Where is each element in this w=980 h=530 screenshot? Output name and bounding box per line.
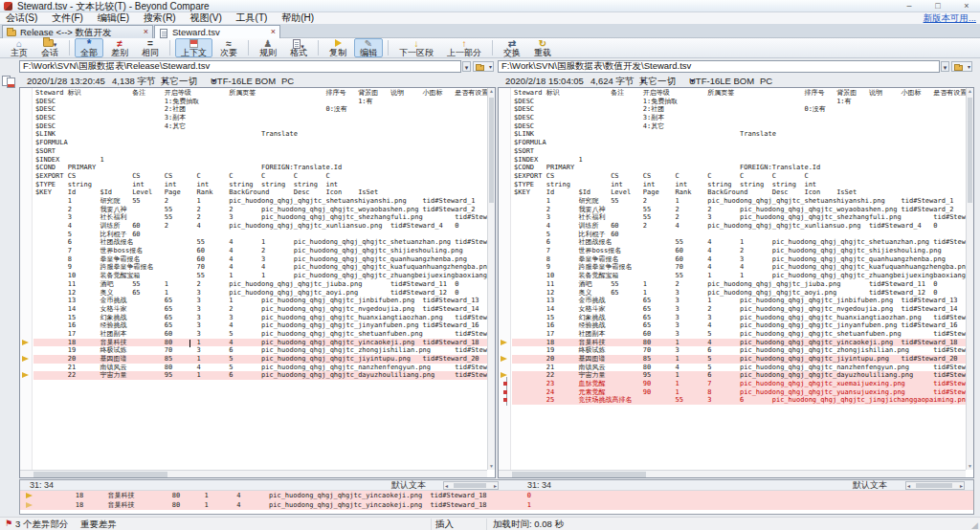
vertical-scrollbar[interactable]: ▲▼ — [966, 88, 973, 470]
detail-line-right[interactable]: 18 音巢科技 80 1 4 pic_huodong_qhgj_qhgjtc_y… — [20, 500, 973, 510]
file-line[interactable]: $DESC 2:社团 0:没有 — [33, 105, 487, 114]
scrollbar-thumb[interactable] — [512, 472, 646, 477]
close-icon[interactable]: × — [271, 26, 276, 38]
file-line[interactable]: 5 比利棍子 60 — [512, 231, 966, 239]
file-line[interactable]: 11 酒吧 55 1 2 pic_huodong_qhgj_qhgjtc_jiu… — [512, 280, 966, 289]
file-line[interactable]: 6 社团战报名 55 4 1 pic_huodong_qhgj_qhgjtc_s… — [512, 238, 966, 247]
menu-file[interactable]: 文件(F) — [46, 12, 89, 24]
file-line[interactable]: $FORMULA — [512, 139, 966, 147]
menu-help[interactable]: 帮助(H) — [276, 12, 320, 24]
file-line[interactable]: 15 幻象挑战 65 3 3 pic_huodong_qhgj_qhgjtc_h… — [512, 314, 966, 322]
file-line[interactable]: 16 经验挑战 65 3 4 pic_huodong_qhgj_qhgjtc_j… — [33, 321, 487, 330]
menu-view[interactable]: 视图(V) — [184, 12, 227, 24]
format-button[interactable]: ▾ 格式 — [284, 38, 313, 57]
file-line[interactable]: 13 金币挑战 65 3 1 pic_huodong_qhgj_qhgjtc_j… — [33, 297, 487, 305]
right-file-path-input[interactable] — [498, 60, 940, 73]
file-line[interactable]: 8 拳皇争霸报名 60 4 3 pic_huodong_qhgj_qhgjtc_… — [33, 255, 487, 264]
new-version-link[interactable]: 新版本可用... — [924, 12, 976, 24]
file-line[interactable]: 14 女格斗家 65 3 2 pic_huodong_qhgj_qhgjtc_n… — [33, 305, 487, 314]
file-line[interactable]: $KEY Id $Id Level Page Rank BackGround D… — [33, 188, 487, 197]
rules-button[interactable]: ♟ 规则 — [254, 38, 282, 57]
file-line[interactable]: Steward 标识 备注 开启等级 所属页签 排序号 背景图 说明 小图标 是… — [512, 89, 966, 98]
menu-search[interactable]: 搜索(R) — [138, 12, 182, 24]
detail-scrollbar[interactable]: ◂▸ — [443, 481, 499, 490]
menu-tools[interactable]: 工具(T) — [231, 12, 274, 24]
maximize-button[interactable]: □ — [930, 1, 946, 11]
resize-grip[interactable]: ◢ — [971, 519, 978, 530]
left-file-path-input[interactable] — [19, 60, 461, 73]
file-line[interactable]: 18 音巢科技 80 1 4 pic_huodong_qhgj_qhgjtc_y… — [512, 339, 966, 347]
file-line[interactable]: $SORT — [512, 147, 966, 156]
file-line[interactable]: 6 社团战报名 55 4 1 pic_huodong_qhgj_qhgjtc_s… — [33, 238, 487, 247]
file-line[interactable]: $SORT — [33, 147, 487, 156]
file-line[interactable]: 20 基因图谱 85 1 5 pic_huodong_qhgj_qhgjtc_j… — [512, 355, 966, 364]
show-all-button[interactable]: * 全部 — [75, 38, 103, 57]
file-line[interactable]: Steward 标识 备注 开启等级 所属页签 排序号 背景图 说明 小图标 是… — [33, 89, 487, 98]
prev-part-button[interactable]: ↑ 上一部分 — [441, 38, 487, 57]
file-line[interactable]: 18 音巢科技 80 1 4 pic_huodong_qhgj_qhgjtc_y… — [33, 339, 487, 347]
swap-button[interactable]: ⇄ 交换 — [498, 38, 526, 57]
file-line[interactable]: 17 社团副本 60 3 5 pic_huodong_qhgj_qhgjtc_s… — [512, 330, 966, 339]
file-line[interactable]: $LINK Translate — [512, 130, 966, 139]
file-line[interactable]: $DESC 3:副本 — [512, 114, 966, 122]
file-line[interactable]: 4 训练所 60 2 4 pic_huodong_qhgj_qhgjtc_xun… — [33, 222, 487, 231]
sessions-button[interactable]: ▾ 会话 — [35, 38, 64, 57]
path-dropdown-button[interactable]: ▾ — [462, 61, 471, 72]
close-button[interactable]: × — [959, 1, 974, 11]
menu-edit[interactable]: 编辑(E) — [92, 12, 135, 24]
file-line[interactable]: 22 宇宙力量 95 1 6 pic_huodong_qhgj_qhgjtc_d… — [33, 371, 487, 380]
scrollbar-thumb[interactable] — [968, 98, 972, 203]
scrollbar-thumb[interactable] — [489, 98, 494, 203]
file-line[interactable]: 24 元素觉醒 90 1 8 pic_huodong_qhgj_qhgjtc_y… — [512, 388, 966, 397]
file-line[interactable]: 19 终极试炼 70 3 6 pic_huodong_qhgj_qhgjtc_z… — [512, 346, 966, 355]
file-line[interactable]: 20 基因图谱 85 1 5 pic_huodong_qhgj_qhgjtc_j… — [33, 355, 487, 364]
close-icon[interactable]: × — [144, 26, 148, 38]
home-button[interactable]: ⌂ 主页 — [5, 38, 33, 57]
tab-session-folders[interactable]: Release <--> 数值开发 × — [2, 25, 153, 38]
file-line[interactable]: $EXPORT CS CS CS C C C C C — [512, 172, 966, 181]
file-line[interactable]: 10 装备觉醒宝箱 55 1 1 pic_huodong_qhgj_qhgjtc… — [33, 272, 487, 280]
vertical-scrollbar[interactable]: ▲▼ — [487, 88, 495, 470]
right-file-content[interactable]: Steward 标识 备注 开启等级 所属页签 排序号 背景图 说明 小图标 是… — [512, 89, 966, 470]
file-line[interactable]: $COND PRIMARY FOREIGN:Translate.Id — [512, 164, 966, 172]
file-line[interactable]: $INDEX 1 — [33, 156, 487, 165]
file-line[interactable]: 25 竞技场挑战高排名 55 3 6 pic_huodong_qhgj_qhgj… — [512, 396, 966, 405]
scrollbar-thumb[interactable] — [916, 483, 952, 488]
file-line[interactable]: 4 训练所 60 2 4 pic_huodong_qhgj_qhgjtc_xun… — [512, 222, 966, 231]
detail-line-left[interactable]: 18 音巢科技 80 1 4 pic_huodong_qhgj_qhgjtc_y… — [20, 491, 973, 500]
file-line[interactable]: 2 我要八神 55 2 2 pic_huodong_qhgj_qhgjtc_wo… — [33, 206, 487, 214]
file-line[interactable]: 9 跨服拳皇争霸报名 70 4 4 pic_huodong_qhgj_qhgjt… — [512, 263, 966, 272]
file-line[interactable]: $COND PRIMARY FOREIGN:Translate.Id — [33, 164, 487, 172]
file-line[interactable]: $TYPE string int int int string string s… — [512, 181, 966, 189]
file-line[interactable]: $DESC 1:免费抽取 1:有 — [33, 98, 487, 106]
path-dropdown-button[interactable]: ▾ — [941, 61, 949, 72]
file-line[interactable]: 11 酒吧 55 1 2 pic_huodong_qhgj_qhgjtc_jiu… — [33, 280, 487, 289]
detail-scrollbar[interactable]: ◂▸ — [905, 481, 965, 490]
file-line[interactable]: $KEY Id $Id Level Page Rank BackGround D… — [512, 188, 966, 197]
show-differences-button[interactable]: ≠ 差别 — [105, 38, 134, 57]
browse-folder-button[interactable]: ▾ — [951, 61, 972, 72]
minor-button[interactable]: ≈ 次要 — [214, 38, 243, 57]
file-line[interactable]: 14 女格斗家 65 3 2 pic_huodong_qhgj_qhgjtc_n… — [512, 305, 966, 314]
file-line[interactable]: 15 幻象挑战 65 3 3 pic_huodong_qhgj_qhgjtc_h… — [33, 314, 487, 322]
file-line[interactable]: $INDEX 1 — [512, 156, 966, 165]
left-file-content[interactable]: Steward 标识 备注 开启等级 所属页签 排序号 背景图 说明 小图标 是… — [33, 89, 487, 470]
context-button[interactable]: 上下文 — [175, 38, 212, 57]
file-line[interactable]: 16 经验挑战 65 3 4 pic_huodong_qhgj_qhgjtc_j… — [512, 321, 966, 330]
file-line[interactable]: 1 研究院 55 2 1 pic_huodong_qhgj_qhgjtc_she… — [512, 197, 966, 206]
edit-button[interactable]: ✎ 编辑 — [354, 38, 383, 57]
tab-steward-tsv[interactable]: Steward.tsv × — [154, 25, 280, 38]
file-line[interactable]: 1 研究院 55 2 1 pic_huodong_qhgj_qhgjtc_she… — [33, 197, 487, 206]
file-line[interactable]: 12 奥义 65 1 3 pic_huodong_qhgj_qhgjtc_aoy… — [33, 289, 487, 298]
file-line[interactable]: 22 宇宙力量 95 1 6 pic_huodong_qhgj_qhgjtc_d… — [512, 371, 966, 380]
scrollbar-thumb[interactable] — [454, 483, 486, 488]
file-line[interactable]: $DESC 3:副本 — [33, 114, 487, 122]
horizontal-scrollbar[interactable] — [499, 470, 966, 477]
file-line[interactable]: $DESC 4:其它 — [33, 122, 487, 131]
file-line[interactable]: 19 终极试炼 70 3 6 pic_huodong_qhgj_qhgjtc_z… — [33, 346, 487, 355]
file-line[interactable]: 7 世界boss报名 60 4 2 pic_huodong_qhgj_qhgjt… — [512, 247, 966, 255]
file-line[interactable]: 2 我要八神 55 2 2 pic_huodong_qhgj_qhgjtc_wo… — [512, 206, 966, 214]
copy-button[interactable]: 复制 — [323, 38, 352, 57]
file-line[interactable]: 3 社长福利 55 2 3 pic_huodong_qhgj_qhgjtc_sh… — [512, 213, 966, 222]
reload-button[interactable]: ↻ 重载 — [528, 38, 557, 57]
